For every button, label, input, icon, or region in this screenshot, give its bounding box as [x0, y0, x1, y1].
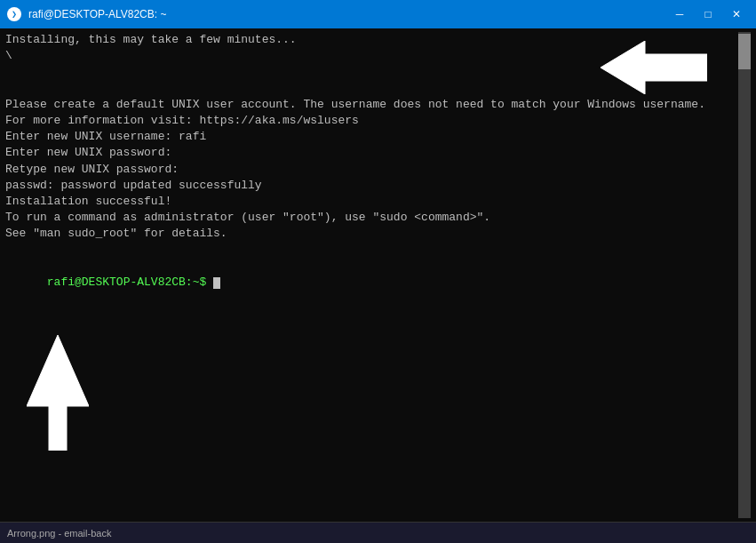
terminal-line-empty-2 [5, 81, 738, 97]
terminal-line-1: Installing, this may take a few minutes.… [5, 32, 738, 48]
terminal-prompt-line: rafi@DESKTOP-ALV82CB:~$ [5, 259, 738, 307]
terminal-content: Installing, this may take a few minutes.… [5, 32, 738, 518]
title-text: rafi@DESKTOP-ALV82CB: ~ [28, 8, 166, 20]
terminal-body: Installing, this may take a few minutes.… [0, 28, 756, 522]
minimize-button[interactable]: ─ [667, 5, 692, 23]
terminal-line-2: \ [5, 48, 738, 64]
taskbar: Arrong.png - email-back [0, 522, 756, 543]
terminal-line-5: Enter new UNIX username: rafi [5, 129, 738, 145]
terminal-line-9: Installation successful! [5, 194, 738, 210]
terminal-line-4: For more information visit: https://aka.… [5, 113, 738, 129]
terminal-line-10: To run a command as administrator (user … [5, 210, 738, 226]
close-button[interactable]: ✕ [724, 5, 749, 23]
terminal-line-6: Enter new UNIX password: [5, 145, 738, 161]
terminal-line-3: Please create a default UNIX user accoun… [5, 97, 738, 113]
scrollbar-thumb[interactable] [738, 34, 751, 69]
prompt-text: rafi@DESKTOP-ALV82CB:~$ [47, 275, 213, 289]
cursor [213, 277, 220, 289]
scrollbar[interactable] [738, 32, 751, 518]
taskbar-text: Arrong.png - email-back [7, 528, 111, 539]
terminal-line-7: Retype new UNIX password: [5, 162, 738, 178]
terminal-line-8: passwd: password updated successfully [5, 178, 738, 194]
terminal-line-empty-3 [5, 242, 738, 258]
maximize-button[interactable]: □ [696, 5, 720, 23]
title-icon: ❯ [7, 7, 21, 21]
title-bar: ❯ rafi@DESKTOP-ALV82CB: ~ ─ □ ✕ [0, 0, 756, 28]
terminal-line-empty-1 [5, 64, 738, 80]
terminal-line-11: See "man sudo_root" for details. [5, 226, 738, 242]
